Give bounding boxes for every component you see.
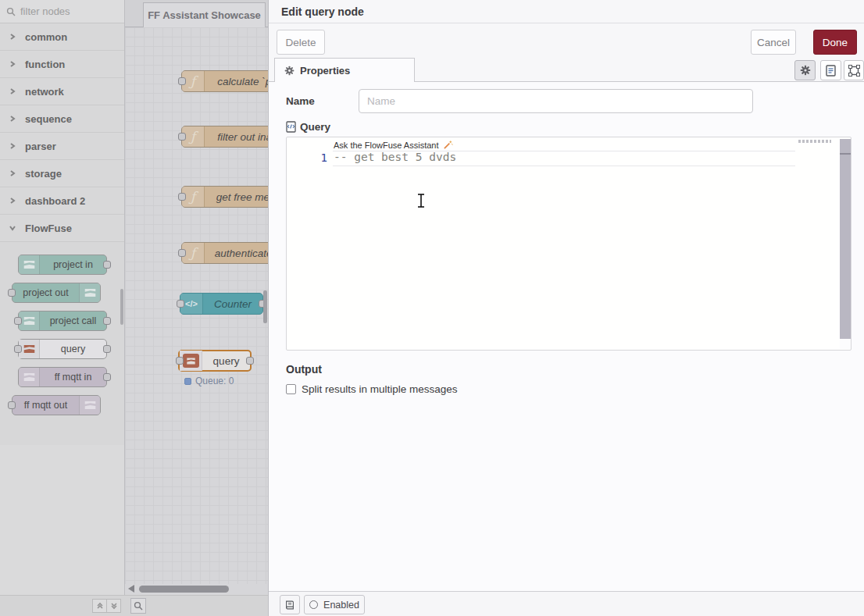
tab-properties-icon-button[interactable] — [794, 60, 816, 80]
palette-category-sequence[interactable]: sequence — [0, 105, 124, 133]
flowfuse-logo-icon — [19, 340, 40, 358]
assistant-hint-row[interactable]: Ask the FlowFuse Assistant — [334, 140, 453, 150]
double-chevron-down-icon — [110, 602, 118, 610]
chevron-right-icon — [9, 143, 16, 149]
input-port[interactable] — [177, 300, 184, 308]
canvas-vertical-scrollbar[interactable] — [263, 290, 267, 323]
input-port — [8, 401, 16, 409]
delete-button[interactable]: Delete — [277, 30, 325, 55]
scroll-left-arrow-icon[interactable] — [128, 585, 134, 593]
tab-description-icon-button[interactable] — [820, 60, 841, 80]
workspace-tab[interactable]: FF Assistant Showcase — [143, 2, 266, 27]
done-button[interactable]: Done — [813, 30, 857, 55]
palette-node-ff-mqtt-in[interactable]: ff mqtt in — [18, 367, 107, 387]
scrollbar-thumb[interactable] — [139, 586, 229, 593]
flowfuse-logo-icon — [79, 396, 100, 415]
node-get-free-mem[interactable]: ƒ get free mem — [181, 186, 268, 208]
palette-category-storage[interactable]: storage — [0, 160, 124, 187]
output-port — [103, 373, 111, 381]
flow-canvas[interactable]: FF Assistant Showcase ƒ calculate `pa ƒ … — [125, 0, 268, 616]
chevron-right-icon — [9, 170, 16, 176]
name-input[interactable] — [359, 89, 753, 113]
palette-scrollbar[interactable] — [120, 289, 123, 325]
palette-category-flowfuse[interactable]: FlowFuse — [0, 215, 124, 242]
node-authenticate[interactable]: ƒ authenticateU — [181, 242, 268, 264]
palette-category-parser[interactable]: parser — [0, 133, 124, 160]
palette-node-ff-mqtt-out[interactable]: ff mqtt out — [12, 395, 101, 415]
tray-tabbar: Properties — [269, 58, 864, 82]
enabled-label: Enabled — [323, 600, 359, 611]
palette-category-network[interactable]: network — [0, 78, 124, 105]
input-port[interactable] — [178, 193, 186, 201]
appearance-frame-icon — [848, 65, 860, 77]
canvas-horizontal-scrollbar[interactable] — [125, 584, 268, 594]
chevron-right-icon — [9, 61, 16, 67]
node-counter[interactable]: </> Counter — [180, 293, 263, 315]
split-results-label: Split results in multiple messages — [302, 383, 458, 395]
tray-footer: Enabled — [269, 591, 864, 616]
query-label: Query — [300, 121, 330, 133]
editor-scrollbar-corner — [840, 339, 851, 349]
editor-minimap[interactable] — [798, 140, 831, 143]
chevron-down-icon — [9, 225, 16, 231]
current-line-border — [333, 166, 795, 166]
line-number: 1 — [309, 151, 327, 164]
magic-wand-icon — [443, 140, 453, 150]
gear-icon — [284, 66, 295, 76]
canvas-grid[interactable]: ƒ calculate `pa ƒ filter out inac ƒ get … — [125, 27, 268, 584]
tab-appearance-icon-button[interactable] — [844, 60, 864, 80]
palette-node-query[interactable]: query — [18, 339, 107, 359]
input-port[interactable] — [178, 133, 186, 141]
node-filter-out[interactable]: ƒ filter out inac — [181, 126, 268, 148]
input-port[interactable] — [176, 357, 184, 365]
code-line-1[interactable]: -- get best 5 dvds — [334, 151, 456, 163]
enabled-toggle-button[interactable]: Enabled — [304, 595, 365, 614]
output-section-title: Output — [286, 363, 322, 376]
input-port[interactable] — [178, 249, 186, 257]
status-dot-icon — [184, 378, 191, 385]
split-results-checkbox[interactable] — [286, 384, 296, 394]
palette-expand-all-button[interactable] — [106, 599, 121, 613]
enabled-state-icon — [309, 600, 318, 609]
node-palette: filter nodes common function network seq… — [0, 0, 125, 616]
split-results-row[interactable]: Split results in multiple messages — [286, 383, 458, 395]
output-port — [103, 345, 111, 353]
palette-collapse-all-button[interactable] — [92, 599, 107, 613]
sql-code-editor[interactable]: 1 Ask the FlowFuse Assistant -- get best… — [286, 137, 852, 351]
search-icon — [6, 7, 16, 16]
palette-category-common[interactable]: common — [0, 23, 124, 51]
output-port — [103, 261, 111, 269]
canvas-footer — [125, 595, 268, 616]
node-calculate[interactable]: ƒ calculate `pa — [181, 70, 268, 92]
palette-node-project-in[interactable]: project in — [18, 255, 107, 275]
palette-node-project-call[interactable]: project call — [18, 311, 107, 331]
cancel-button[interactable]: Cancel — [751, 30, 796, 55]
editor-scrollbar[interactable] — [840, 139, 851, 339]
palette-footer — [0, 595, 125, 616]
flowfuse-logo-icon — [19, 368, 40, 386]
palette-node-project-out[interactable]: project out — [12, 283, 101, 303]
output-port — [103, 317, 111, 325]
flowfuse-logo-icon — [19, 312, 40, 330]
tab-properties[interactable]: Properties — [274, 58, 415, 82]
chevron-right-icon — [9, 34, 16, 40]
tray-title: Edit query node — [269, 0, 864, 23]
palette-search-placeholder: filter nodes — [20, 5, 70, 17]
node-query-selected[interactable]: query — [178, 350, 252, 372]
palette-category-dashboard2[interactable]: dashboard 2 — [0, 187, 124, 215]
name-label: Name — [286, 95, 315, 107]
node-info-button[interactable] — [280, 595, 300, 614]
palette-search[interactable]: filter nodes — [0, 0, 124, 23]
output-port[interactable] — [246, 357, 254, 365]
document-icon — [826, 65, 836, 77]
canvas-search-button[interactable] — [130, 598, 146, 614]
chevron-right-icon — [9, 116, 16, 122]
input-port[interactable] — [178, 77, 186, 85]
input-port — [14, 345, 22, 353]
query-label-row: Query — [286, 121, 330, 133]
edit-node-tray: Edit query node Delete Cancel Done Prope… — [268, 0, 864, 616]
tray-body: Name Query 1 Ask the FlowFuse Assistant … — [269, 82, 864, 591]
palette-category-function[interactable]: function — [0, 51, 124, 78]
gear-icon — [800, 65, 811, 76]
sql-file-icon — [286, 121, 296, 133]
